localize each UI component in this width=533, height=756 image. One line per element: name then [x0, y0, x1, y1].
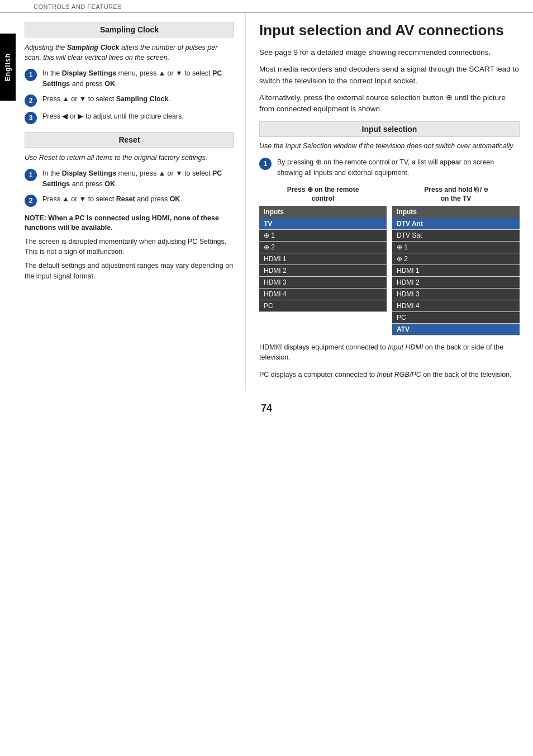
step-circle-2: 2 — [25, 94, 37, 107]
table-row: ⊕ 2 — [392, 253, 520, 264]
para-2: The default settings and adjustment rang… — [25, 261, 234, 282]
reset-text-1: In the Display Settings menu, press ▲ or… — [42, 168, 234, 190]
sampling-step-3: 3 Press ◀ or ▶ to adjust until the pictu… — [25, 111, 234, 124]
page-header: CONTROLS AND FEATURES — [0, 0, 533, 13]
step-text-1: In the Display Settings menu, press ▲ or… — [42, 68, 234, 89]
table-tv: Press and hold ⎗ / ⊕on the TV Inputs DTV… — [392, 186, 520, 335]
tv-table: Inputs DTV Ant DTV Sat ⊕ 1 ⊕ 2 HDMI 1 HD… — [392, 206, 520, 336]
table-row: HDMI 3 — [392, 288, 520, 300]
remote-table: Inputs TV ⊕ 1 ⊕ 2 HDMI 1 HDMI 2 HDMI 3 H… — [259, 206, 387, 312]
intro-para-1: See page 9 for a detailed image showing … — [259, 47, 520, 58]
breadcrumb: CONTROLS AND FEATURES — [34, 3, 122, 10]
sampling-clock-intro: Adjusting the Sampling Clock alters the … — [25, 43, 234, 63]
table-row: ⊕ 1 — [259, 229, 387, 241]
table-row: DTV Ant — [392, 218, 520, 230]
footer-para-2: PC displays a computer connected to Inpu… — [259, 370, 520, 380]
footer-para-1: HDMI® displays equipment connected to In… — [259, 342, 520, 363]
table-row: HDMI 4 — [392, 300, 520, 311]
step-circle-1: 1 — [25, 69, 37, 81]
input-step-1: 1 By pressing ⊕ on the remote control or… — [259, 157, 520, 178]
table-row: HDMI 1 — [259, 253, 387, 264]
table-remote: Press ⊕ on the remotecontrol Inputs TV ⊕… — [259, 186, 387, 335]
sampling-clock-section: Sampling Clock Adjusting the Sampling Cl… — [25, 22, 234, 124]
reset-text-2: Press ▲ or ▼ to select Reset and press O… — [42, 194, 234, 205]
step-circle-3: 3 — [25, 112, 37, 124]
remote-col-header: Inputs — [259, 206, 387, 218]
reset-circle-2: 2 — [25, 195, 37, 207]
table-row: DTV Sat — [392, 229, 520, 241]
table-row: ⊕ 1 — [392, 241, 520, 253]
right-column: Input selection and AV connections See p… — [246, 13, 533, 391]
tv-col-header: Inputs — [392, 206, 520, 218]
intro-para-2: Most media recorders and decoders send a… — [259, 64, 520, 87]
input-tables: Press ⊕ on the remotecontrol Inputs TV ⊕… — [259, 186, 520, 335]
table-row: HDMI 1 — [392, 264, 520, 276]
sampling-step-2: 2 Press ▲ or ▼ to select Sampling Clock. — [25, 94, 234, 107]
hdmi-note: NOTE: When a PC is connected using HDMI,… — [25, 214, 234, 233]
reset-circle-1: 1 — [25, 169, 37, 181]
table-row: HDMI 2 — [392, 276, 520, 288]
input-text-1: By pressing ⊕ on the remote control or T… — [277, 157, 520, 178]
input-circle-1: 1 — [259, 158, 272, 170]
left-column: Sampling Clock Adjusting the Sampling Cl… — [0, 13, 246, 391]
sampling-step-1: 1 In the Display Settings menu, press ▲ … — [25, 68, 234, 89]
reset-step-1: 1 In the Display Settings menu, press ▲ … — [25, 168, 234, 190]
table-row: TV — [259, 218, 387, 230]
table-row: PC — [392, 311, 520, 323]
table-tv-header: Press and hold ⎗ / ⊕on the TV — [392, 186, 520, 203]
reset-step-2: 2 Press ▲ or ▼ to select Reset and press… — [25, 194, 234, 207]
table-remote-header: Press ⊕ on the remotecontrol — [259, 186, 387, 203]
reset-section: Reset Use Reset to return all items to t… — [25, 132, 234, 207]
input-selection-title: Input selection — [259, 121, 520, 137]
table-row: HDMI 3 — [259, 276, 387, 288]
para-1: The screen is disrupted momentarily when… — [25, 237, 234, 258]
table-row: PC — [259, 300, 387, 311]
table-row: HDMI 4 — [259, 288, 387, 300]
page-number: 74 — [0, 391, 533, 420]
main-title: Input selection and AV connections — [259, 22, 520, 39]
table-row: HDMI 2 — [259, 264, 387, 276]
input-sel-italic: Use the Input Selection window if the te… — [259, 141, 520, 152]
table-row: ⊕ 2 — [259, 241, 387, 253]
step-text-3: Press ◀ or ▶ to adjust until the picture… — [42, 111, 234, 122]
step-text-2: Press ▲ or ▼ to select Sampling Clock. — [42, 94, 234, 105]
intro-para-3: Alternatively, press the external source… — [259, 92, 520, 115]
sampling-clock-title: Sampling Clock — [25, 22, 234, 37]
reset-italic-note: Use Reset to return all items to the ori… — [25, 153, 234, 163]
table-row: ATV — [392, 323, 520, 335]
language-tab: English — [0, 34, 16, 101]
reset-title: Reset — [25, 132, 234, 148]
language-label: English — [4, 53, 12, 81]
